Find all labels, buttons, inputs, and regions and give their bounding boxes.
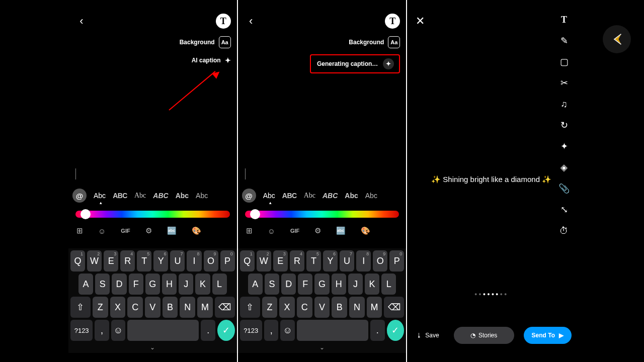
key-D[interactable]: D xyxy=(112,274,126,295)
keyboard-collapse-icon[interactable]: ⌄ xyxy=(70,344,235,351)
generated-caption-text[interactable]: ✨ Shining bright like a diamond ✨ xyxy=(407,175,576,184)
color-slider-thumb[interactable] xyxy=(250,209,260,219)
key-M[interactable]: M xyxy=(367,297,382,318)
key-L[interactable]: L xyxy=(212,274,227,295)
draw-tool-icon[interactable]: ✎ xyxy=(557,34,571,47)
ai-caption-option[interactable]: AI caption ✦ xyxy=(192,56,231,64)
key-X[interactable]: X xyxy=(110,297,126,318)
key-I[interactable]: I8 xyxy=(187,250,201,272)
magic-tool-icon[interactable]: ✦ xyxy=(557,140,571,153)
enter-key[interactable]: ✓ xyxy=(217,320,235,341)
music-tool-icon[interactable]: ♫ xyxy=(557,98,571,111)
back-button[interactable]: ‹ xyxy=(244,14,258,28)
key-Y[interactable]: Y6 xyxy=(153,250,168,272)
key-B[interactable]: B xyxy=(163,297,178,318)
keyboard-collapse-icon[interactable]: ⌄ xyxy=(240,344,405,351)
key-K[interactable]: K xyxy=(195,274,210,295)
font-style-option[interactable]: Abc xyxy=(365,192,377,200)
font-style-option[interactable]: Abc xyxy=(263,192,275,200)
scissors-tool-icon[interactable]: ✂ xyxy=(557,76,571,89)
key-C[interactable]: C xyxy=(127,297,143,318)
key-Q[interactable]: Q1 xyxy=(70,250,85,272)
font-style-option[interactable]: Abc xyxy=(176,192,189,200)
key-Z[interactable]: Z xyxy=(262,297,278,318)
key-Z[interactable]: Z xyxy=(93,297,108,318)
font-style-option[interactable]: Abc xyxy=(196,192,208,200)
palette-icon[interactable]: 🎨 xyxy=(192,226,201,235)
text-tool-button[interactable]: T xyxy=(216,14,231,29)
key-H[interactable]: H xyxy=(332,274,346,295)
font-style-option[interactable]: ABC xyxy=(153,192,168,200)
eraser-tool-icon[interactable]: ◈ xyxy=(557,161,571,174)
key-F[interactable]: F xyxy=(129,274,143,295)
crop-tool-icon[interactable]: ⤡ xyxy=(557,203,571,216)
key-Q[interactable]: Q1 xyxy=(240,250,255,272)
translate-icon[interactable]: 🔤 xyxy=(336,226,346,235)
comma-key[interactable]: , xyxy=(95,320,109,341)
period-key[interactable]: . xyxy=(370,320,384,341)
key-G[interactable]: G xyxy=(145,274,160,295)
loop-tool-icon[interactable]: ↻ xyxy=(557,119,571,132)
settings-icon[interactable]: ⚙ xyxy=(145,226,152,235)
key-G[interactable]: G xyxy=(314,274,329,295)
send-to-button[interactable]: Send To ▶ xyxy=(524,327,572,344)
emoji-key[interactable]: ☺ xyxy=(111,320,125,341)
key-I[interactable]: I8 xyxy=(356,250,371,272)
color-slider[interactable] xyxy=(75,209,230,219)
key-O[interactable]: O9 xyxy=(373,250,387,272)
font-style-option[interactable]: Abc xyxy=(304,192,315,200)
key-A[interactable]: A xyxy=(248,274,263,295)
grid-icon[interactable]: ⊞ xyxy=(246,226,253,235)
key-M[interactable]: M xyxy=(197,297,213,318)
key-Y[interactable]: Y6 xyxy=(323,250,338,272)
backspace-key[interactable]: ⌫ xyxy=(384,297,404,318)
key-V[interactable]: V xyxy=(145,297,160,318)
mention-button[interactable]: @ xyxy=(242,189,256,203)
key-O[interactable]: O9 xyxy=(204,250,218,272)
mention-button[interactable]: @ xyxy=(72,189,87,203)
enter-key[interactable]: ✓ xyxy=(387,320,405,341)
key-B[interactable]: B xyxy=(332,297,347,318)
key-U[interactable]: U7 xyxy=(170,250,185,272)
key-V[interactable]: V xyxy=(314,297,330,318)
close-button[interactable]: ✕ xyxy=(413,14,427,28)
space-key[interactable] xyxy=(297,320,368,341)
color-slider-thumb[interactable] xyxy=(80,209,91,219)
stories-button[interactable]: ◔ Stories xyxy=(454,327,514,344)
key-U[interactable]: U7 xyxy=(340,250,354,272)
gif-icon[interactable]: GIF xyxy=(121,228,130,234)
symbols-key[interactable]: ?123 xyxy=(70,320,93,341)
sticker-tool-icon[interactable]: ▢ xyxy=(557,55,571,68)
shift-key[interactable]: ⇧ xyxy=(240,297,260,318)
key-K[interactable]: K xyxy=(365,274,379,295)
key-S[interactable]: S xyxy=(265,274,279,295)
font-style-option[interactable]: Abc xyxy=(134,192,146,200)
key-W[interactable]: W2 xyxy=(87,250,102,272)
key-H[interactable]: H xyxy=(162,274,177,295)
key-T[interactable]: T5 xyxy=(306,250,321,272)
symbols-key[interactable]: ?123 xyxy=(240,320,262,341)
key-J[interactable]: J xyxy=(179,274,193,295)
key-L[interactable]: L xyxy=(381,274,396,295)
background-option[interactable]: Background Aa xyxy=(180,36,231,48)
key-D[interactable]: D xyxy=(281,274,296,295)
palette-icon[interactable]: 🎨 xyxy=(361,226,370,235)
settings-icon[interactable]: ⚙ xyxy=(314,226,321,235)
text-tool-icon[interactable]: T xyxy=(557,13,571,26)
period-key[interactable]: . xyxy=(201,320,215,341)
text-tool-button[interactable]: T xyxy=(385,14,400,29)
color-slider[interactable] xyxy=(245,209,399,219)
font-style-option[interactable]: Abc xyxy=(345,192,358,200)
key-E[interactable]: E3 xyxy=(104,250,118,272)
key-S[interactable]: S xyxy=(95,274,110,295)
key-E[interactable]: E3 xyxy=(273,250,288,272)
key-X[interactable]: X xyxy=(279,297,295,318)
key-R[interactable]: R4 xyxy=(120,250,135,272)
back-button[interactable]: ‹ xyxy=(74,14,89,28)
background-option[interactable]: Background Aa xyxy=(349,36,400,48)
key-C[interactable]: C xyxy=(297,297,312,318)
grid-icon[interactable]: ⊞ xyxy=(76,226,83,235)
sticker-icon[interactable]: ☺ xyxy=(268,227,275,235)
save-button[interactable]: ⭳ Save xyxy=(411,328,444,343)
backspace-key[interactable]: ⌫ xyxy=(215,297,235,318)
